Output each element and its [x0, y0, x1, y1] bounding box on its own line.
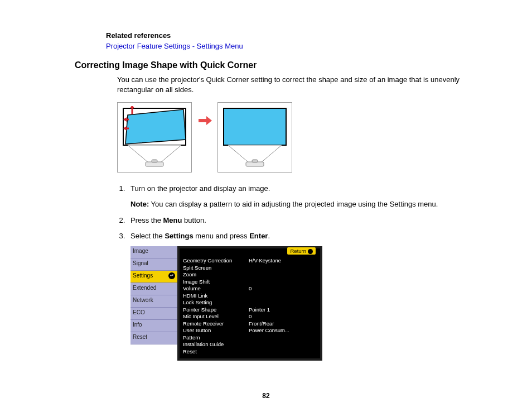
menu-row-label: Lock Setting [183, 299, 249, 306]
step-1-text: Turn on the projector and display an ima… [130, 184, 270, 193]
intro-paragraph: You can use the projector's Quick Corner… [117, 75, 471, 94]
menu-row[interactable]: Remote ReceiverFront/Rear [183, 320, 317, 328]
step-3: Select the Settings menu and press Enter… [127, 231, 471, 241]
menu-row-value [249, 265, 317, 272]
nav-image[interactable]: Image [130, 246, 177, 258]
menu-row[interactable]: Pointer ShapePointer 1 [183, 306, 317, 314]
nav-settings[interactable]: Settings↵ [130, 271, 177, 283]
nav-signal[interactable]: Signal [130, 258, 177, 271]
step-3-post: . [268, 232, 270, 240]
related-references-link[interactable]: Projector Feature Settings - Settings Me… [106, 42, 471, 50]
svg-marker-12 [206, 116, 212, 125]
menu-row[interactable]: Volume0 [183, 285, 317, 293]
section-title: Correcting Image Shape with Quick Corner [75, 60, 471, 70]
menu-row[interactable]: Installation Guide [183, 341, 317, 348]
menu-row[interactable]: User ButtonPower Consum... [183, 327, 317, 334]
menu-row-label: Remote Receiver [183, 320, 249, 328]
menu-row-value: Front/Rear [249, 320, 317, 328]
nav-info[interactable]: Info [130, 320, 177, 332]
menu-row[interactable]: Split Screen [183, 265, 317, 272]
menu-row-label: HDMI Link [183, 293, 249, 300]
page-number: 82 [0, 392, 532, 400]
menu-row-value: H/V-Keystone [249, 257, 317, 265]
step-2: Press the Menu button. [127, 215, 471, 226]
menu-row-label: Volume [183, 285, 249, 293]
step-1: Turn on the projector and display an ima… [127, 184, 471, 209]
menu-row-label: Installation Guide [183, 341, 249, 348]
enter-icon: ↵ [168, 272, 175, 279]
steps-list: Turn on the projector and display an ima… [117, 184, 471, 241]
after-projector-icon [221, 106, 288, 169]
svg-marker-1 [125, 109, 186, 144]
return-icon [308, 249, 313, 254]
svg-rect-16 [252, 160, 258, 162]
svg-marker-3 [130, 106, 134, 108]
return-button[interactable]: Return [287, 247, 316, 255]
menu-row-value: Power Consum... [249, 327, 317, 334]
menu-row[interactable]: Image Shift [183, 279, 317, 286]
menu-row-value: Pointer 1 [249, 306, 317, 314]
step-3-bold-2: Enter [249, 232, 268, 240]
nav-eco[interactable]: ECO [130, 308, 177, 320]
menu-panel: Return Geometry CorrectionH/V-KeystoneSp… [177, 246, 322, 361]
menu-row-value [249, 334, 317, 342]
menu-row[interactable]: Lock Setting [183, 299, 317, 306]
nav-extended[interactable]: Extended [130, 283, 177, 295]
menu-row[interactable]: Reset [183, 348, 317, 356]
menu-row[interactable]: Zoom [183, 271, 317, 279]
menu-row-value [249, 279, 317, 286]
before-projector-icon [121, 106, 188, 169]
step-2-post: button. [182, 216, 206, 224]
step-1-note: Note: You can display a pattern to aid i… [130, 199, 471, 209]
menu-row-value: 0 [249, 285, 317, 293]
step-2-bold: Menu [163, 216, 182, 224]
menu-row-label: Geometry Correction [183, 257, 249, 265]
menu-row-value: 0 [249, 313, 317, 320]
correction-diagram [117, 102, 471, 173]
step-3-bold-1: Settings [165, 232, 193, 240]
menu-row-label: Image Shift [183, 279, 249, 286]
menu-row-value [249, 293, 317, 300]
menu-row-label: Pattern [183, 334, 249, 342]
nav-network[interactable]: Network [130, 295, 177, 308]
menu-row[interactable]: Geometry CorrectionH/V-Keystone [183, 257, 317, 265]
step-3-pre: Select the [130, 232, 165, 240]
nav-settings-label: Settings [133, 272, 153, 279]
note-body: You can display a pattern to aid in adju… [149, 200, 438, 208]
menu-row-label: Mic Input Level [183, 313, 249, 320]
after-frame [217, 102, 292, 173]
svg-rect-13 [224, 108, 286, 145]
menu-row-value [249, 299, 317, 306]
menu-row[interactable]: HDMI Link [183, 293, 317, 300]
menu-row-label: Zoom [183, 271, 249, 279]
return-label: Return [290, 248, 306, 254]
menu-nav: Image Signal Settings↵ Extended Network … [130, 246, 177, 361]
menu-row[interactable]: Mic Input Level0 [183, 313, 317, 320]
menu-screenshot: Image Signal Settings↵ Extended Network … [130, 246, 322, 361]
menu-row-label: Split Screen [183, 265, 249, 272]
menu-row[interactable]: Pattern [183, 334, 317, 342]
menu-row-value [249, 341, 317, 348]
menu-row-value [249, 271, 317, 279]
nav-reset[interactable]: Reset [130, 332, 177, 344]
step-3-mid: menu and press [194, 232, 249, 240]
svg-rect-10 [152, 160, 157, 162]
related-references-heading: Related references [106, 31, 471, 40]
note-prefix: Note: [130, 200, 149, 208]
menu-row-label: Reset [183, 348, 249, 356]
arrow-right-icon [197, 115, 212, 126]
menu-row-value [249, 348, 317, 356]
before-frame [117, 102, 192, 173]
menu-row-label: Pointer Shape [183, 306, 249, 314]
step-2-pre: Press the [130, 216, 163, 224]
menu-row-label: User Button [183, 327, 249, 334]
